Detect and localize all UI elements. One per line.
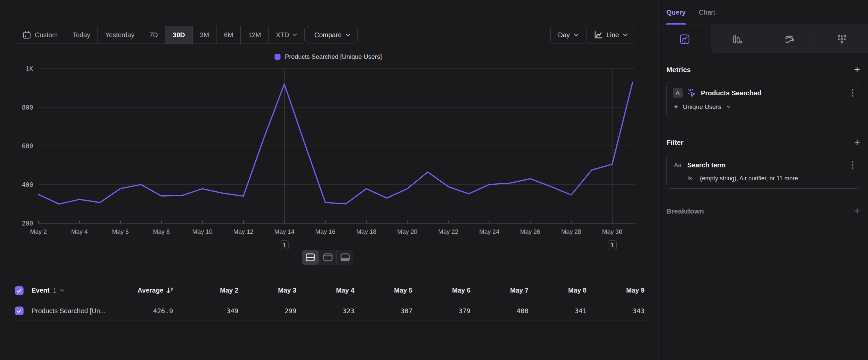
metric-card[interactable]: A Products Searched # Unique Users [666,82,860,117]
breakdown-section-header: Breakdown + [666,206,860,216]
filter-operator[interactable]: Is [687,175,692,182]
column-header[interactable]: May 6 [414,286,472,294]
chevron-down-icon [574,33,579,36]
filter-property-name: Search term [687,161,847,169]
column-header[interactable]: May 9 [589,286,647,294]
date-range-yesterday[interactable]: Yesterday [97,26,142,44]
report-type-tabs [658,25,868,53]
date-range-7d[interactable]: 7D [142,26,165,44]
y-tick-label: 400 [22,181,33,188]
tab-flows[interactable] [763,25,816,53]
view-toggle-chart-only[interactable] [319,250,336,265]
insights-icon [679,33,690,45]
view-toggle-group [302,250,353,265]
event-cursor-icon [687,89,696,98]
add-filter-button[interactable]: + [854,137,860,147]
cell-value: 307 [356,307,414,315]
chart-type-button[interactable]: Line [586,26,635,44]
metrics-heading: Metrics [666,66,691,74]
kebab-menu-icon[interactable] [852,89,854,97]
cell-value: 343 [589,307,647,315]
date-range-label: 6M [224,31,234,39]
x-tick-label: May 26 [520,228,540,235]
check-icon [16,287,22,294]
check-icon [16,308,22,314]
event-count: 1 [53,286,56,294]
x-tick-label: May 14 [274,228,294,235]
table-data-row: Products Searched [Un... 426.9 349299323… [15,301,647,321]
aggregation-selector[interactable]: Unique Users [683,103,721,111]
annotation-badge[interactable]: 1 [280,241,289,250]
date-range-today[interactable]: Today [65,26,97,44]
column-header[interactable]: May 5 [356,286,414,294]
cell-value: 323 [299,307,356,315]
average-label: Average [137,286,163,294]
y-tick-label: 600 [22,142,33,149]
x-tick-label: May 22 [438,228,459,235]
x-tick-label: May 24 [479,228,499,235]
tab-query[interactable]: Query [666,9,686,16]
view-toggle-split-view[interactable] [302,250,319,265]
series-name: Products Searched [Un... [31,307,107,315]
event-header-cell[interactable]: Event 1 [31,286,107,294]
column-header[interactable]: May 8 [530,286,589,294]
tab-funnels[interactable] [711,25,763,53]
select-all-checkbox[interactable] [15,286,24,295]
breakdown-heading: Breakdown [666,207,704,215]
table-column-divider [179,280,179,324]
main-area: CustomTodayYesterday7D30D3M6M12MXTD Comp… [0,0,658,360]
cell-value: 400 [472,307,530,315]
chart-legend: Products Searched [Unique Users] [0,53,656,60]
cell-value: 379 [414,307,472,315]
string-type-badge: Aa [673,162,683,169]
data-table: Event 1 Average May 2May 3May 4May 5May … [15,280,647,321]
date-range-3m[interactable]: 3M [192,26,217,44]
aggregation-prefix: # [674,104,678,111]
line-chart-icon [594,31,602,39]
date-range-label: 7D [150,31,158,39]
x-tick-label: May 6 [112,228,129,235]
tab-chart[interactable]: Chart [699,9,715,16]
date-range-12m[interactable]: 12M [240,26,268,44]
column-header[interactable]: May 2 [182,286,240,294]
metric-letter-badge: A [673,88,683,98]
date-range-group: CustomTodayYesterday7D30D3M6M12MXTD [15,26,305,44]
column-header[interactable]: May 3 [240,286,299,294]
date-range-30d[interactable]: 30D [165,26,192,44]
compare-label: Compare [314,31,341,39]
chevron-down-icon [293,33,297,36]
header-checkbox-cell [15,286,31,295]
date-range-custom[interactable]: Custom [15,26,65,44]
legend-label: Products Searched [Unique Users] [285,53,382,60]
tab-insights[interactable] [658,25,711,53]
column-header[interactable]: May 4 [299,286,356,294]
funnels-icon [731,33,742,45]
calendar-icon [23,31,31,39]
date-range-label: Yesterday [105,31,134,39]
date-range-label: Custom [35,31,58,39]
series-line[interactable] [38,82,632,204]
metrics-section-header: Metrics + [666,64,860,75]
filter-value[interactable]: (empty string), Air purifier, or 11 more [700,175,798,182]
annotation-badge[interactable]: 1 [608,241,617,250]
cell-value: 349 [182,307,240,315]
average-header-cell[interactable]: Average [107,286,175,294]
column-header[interactable]: May 7 [472,286,530,294]
kebab-menu-icon[interactable] [852,161,854,169]
row-checkbox[interactable] [15,307,24,315]
add-breakdown-button[interactable]: + [854,206,860,216]
add-metric-button[interactable]: + [854,64,860,75]
compare-button[interactable]: Compare [307,26,358,44]
filter-section-header: Filter + [666,137,860,147]
granularity-button[interactable]: Day [550,26,586,44]
table-header-row: Event 1 Average May 2May 3May 4May 5May … [15,280,647,301]
view-toggle-table-only[interactable] [336,250,353,265]
chart-type-label: Line [607,31,619,39]
date-range-xtd[interactable]: XTD [268,26,304,44]
chevron-down-icon [60,289,64,292]
line-chart[interactable]: 1K800600400200May 2May 4May 6May 8May 10… [0,63,656,256]
filter-card[interactable]: Aa Search term Is (empty string), Air pu… [666,155,860,189]
tab-more-reports[interactable] [816,25,868,53]
chevron-down-icon [726,106,731,108]
date-range-6m[interactable]: 6M [217,26,241,44]
